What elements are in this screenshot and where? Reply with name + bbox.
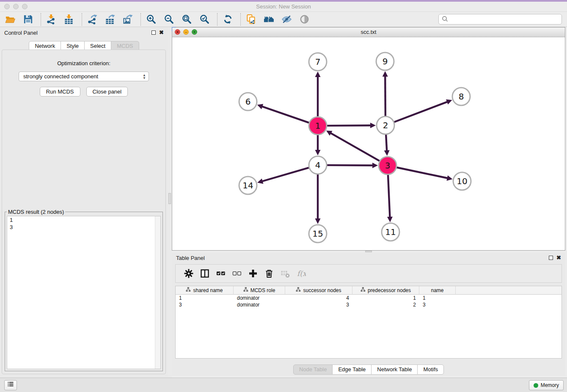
- save-session-icon[interactable]: [22, 14, 34, 25]
- graph-node-2[interactable]: 2: [377, 116, 394, 134]
- close-panel-icon[interactable]: ✖: [159, 30, 164, 35]
- clone-network-icon[interactable]: [245, 14, 257, 25]
- node-table: shared nameMCDS rolesuccessor nodesprede…: [175, 286, 562, 359]
- task-history-button[interactable]: [4, 380, 17, 390]
- vertical-split-divider[interactable]: [168, 27, 172, 378]
- graph-node-11[interactable]: 11: [382, 223, 399, 241]
- column-label: successor nodes: [303, 287, 341, 293]
- show-columns-icon[interactable]: [198, 267, 211, 280]
- network-window-titlebar[interactable]: ✕ – + scc.txt: [172, 28, 565, 37]
- column-header-shared-name[interactable]: shared name: [176, 286, 234, 295]
- graph-edge-4-15[interactable]: [315, 174, 321, 224]
- import-table-icon[interactable]: [63, 14, 75, 25]
- tab-motifs[interactable]: Motifs: [417, 364, 444, 375]
- zoom-fit-icon[interactable]: [181, 14, 193, 25]
- control-panel-title: Control Panel: [4, 30, 38, 36]
- delete-row-icon[interactable]: [263, 267, 275, 280]
- graph-node-14[interactable]: 14: [239, 177, 257, 194]
- graph-node-6[interactable]: 6: [239, 93, 257, 110]
- refresh-network-icon[interactable]: [222, 14, 234, 25]
- search-field[interactable]: [438, 14, 562, 25]
- zoom-out-icon[interactable]: [163, 14, 175, 25]
- network-view-window: ✕ – + scc.txt 7968124314101511: [172, 27, 565, 251]
- hide-graphics-details-icon[interactable]: [281, 14, 292, 25]
- graph-edge-4-3[interactable]: [327, 163, 378, 168]
- graph-edge-3-1[interactable]: [326, 130, 380, 161]
- table-row[interactable]: 3dominator323: [176, 301, 561, 308]
- memory-label: Memory: [541, 382, 559, 388]
- table-cell[interactable]: 3: [419, 301, 456, 308]
- criterion-select[interactable]: strongly connected component ▲▼: [19, 72, 149, 81]
- graph-edge-1-6[interactable]: [257, 104, 309, 123]
- column-header-name[interactable]: name: [419, 286, 456, 295]
- float-table-panel-icon[interactable]: [549, 256, 553, 260]
- graph-edge-3-10[interactable]: [397, 168, 453, 181]
- graph-node-10[interactable]: 10: [453, 172, 471, 190]
- graph-node-1[interactable]: 1: [309, 117, 327, 135]
- vertical-divider-handle[interactable]: [168, 193, 171, 204]
- search-input[interactable]: [448, 15, 561, 24]
- table-panel-header: Table Panel ✖: [172, 253, 565, 263]
- graph-node-4[interactable]: 4: [309, 156, 327, 174]
- tab-edge-table[interactable]: Edge Table: [332, 364, 372, 375]
- close-table-panel-icon[interactable]: ✖: [556, 256, 561, 260]
- table-cell[interactable]: dominator: [234, 295, 285, 301]
- show-graphics-details-icon[interactable]: [298, 14, 310, 25]
- graph-node-9[interactable]: 9: [376, 52, 394, 70]
- graph-node-3[interactable]: 3: [379, 157, 396, 174]
- import-network-icon[interactable]: [45, 14, 57, 25]
- column-header-MCDS-role[interactable]: MCDS role: [234, 286, 285, 295]
- main-toolbar: [0, 12, 567, 27]
- table-cell[interactable]: 1: [352, 295, 419, 301]
- graph-edge-2-9[interactable]: [383, 71, 388, 116]
- graph-edge-3-11[interactable]: [387, 175, 393, 222]
- unselect-all-icon[interactable]: [231, 267, 243, 280]
- svg-text:1: 1: [315, 121, 321, 131]
- graph-edge-4-14[interactable]: [257, 168, 309, 184]
- close-panel-button[interactable]: Close panel: [86, 87, 128, 97]
- graph-edge-1-4[interactable]: [315, 135, 321, 155]
- open-session-icon[interactable]: [4, 14, 16, 25]
- export-network-icon[interactable]: [86, 14, 98, 25]
- table-cell[interactable]: 1: [419, 295, 456, 301]
- table-row[interactable]: 1dominator411: [176, 295, 561, 301]
- graph-edge-1-2[interactable]: [327, 123, 376, 128]
- graph-node-15[interactable]: 15: [309, 225, 327, 243]
- column-header-successor-nodes[interactable]: successor nodes: [285, 286, 352, 295]
- run-mcds-button[interactable]: Run MCDS: [40, 87, 80, 97]
- titlebar: Session: New Session: [0, 2, 567, 12]
- mcds-result-item: 1: [7, 216, 160, 224]
- table-cell[interactable]: 4: [285, 295, 352, 301]
- mcds-result-fieldset: MCDS result (2 nodes) 13: [5, 209, 163, 371]
- gear-icon[interactable]: [182, 267, 195, 280]
- export-table-icon[interactable]: [104, 14, 116, 25]
- export-image-icon[interactable]: [122, 14, 134, 25]
- add-row-icon[interactable]: [247, 267, 259, 280]
- result-scrollbar[interactable]: [155, 216, 160, 369]
- home-view-icon[interactable]: [263, 14, 275, 25]
- table-cell[interactable]: 3: [176, 301, 234, 308]
- tab-network-table[interactable]: Network Table: [371, 364, 418, 375]
- list-icon: [7, 381, 14, 390]
- svg-text:8: 8: [459, 91, 464, 102]
- select-all-icon[interactable]: [215, 267, 227, 280]
- network-canvas[interactable]: 7968124314101511: [172, 37, 565, 250]
- graph-node-8[interactable]: 8: [452, 88, 470, 105]
- delete-table-icon: [279, 267, 292, 280]
- column-header-predecessor-nodes[interactable]: predecessor nodes: [352, 286, 419, 295]
- float-panel-icon[interactable]: [151, 30, 156, 35]
- horizontal-divider-handle[interactable]: [365, 251, 372, 252]
- mcds-result-list[interactable]: 13: [7, 216, 161, 369]
- memory-button[interactable]: Memory: [529, 380, 564, 390]
- zoom-selected-icon[interactable]: [198, 14, 210, 25]
- table-cell[interactable]: dominator: [234, 301, 285, 308]
- graph-edge-2-3[interactable]: [384, 135, 390, 156]
- graph-node-7[interactable]: 7: [309, 53, 327, 71]
- graph-edge-2-8[interactable]: [394, 99, 452, 122]
- tab-node-table[interactable]: Node Table: [293, 364, 333, 375]
- table-cell[interactable]: 2: [352, 301, 419, 308]
- table-cell[interactable]: 3: [285, 301, 352, 308]
- graph-edge-1-7[interactable]: [315, 72, 321, 116]
- table-cell[interactable]: 1: [176, 295, 234, 301]
- zoom-in-icon[interactable]: [145, 14, 157, 25]
